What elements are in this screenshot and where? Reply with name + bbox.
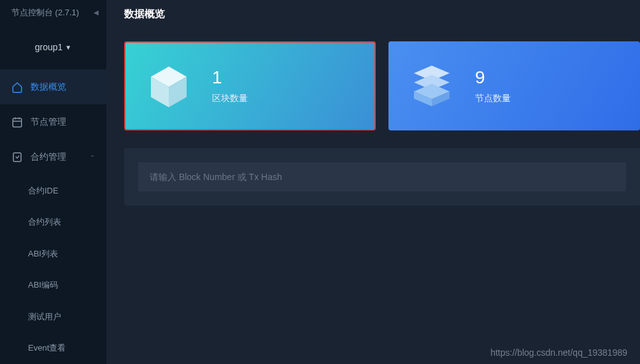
sidebar-subitem-label: Event查看 — [28, 342, 66, 354]
sidebar-subitem-test-user[interactable]: 测试用户 — [0, 301, 106, 332]
calendar-icon — [11, 116, 23, 128]
caret-down-icon: ▼ — [65, 44, 71, 51]
sidebar-subitem-abi-encode[interactable]: ABI编码 — [0, 270, 106, 301]
sidebar-subitem-contract-list[interactable]: 合约列表 — [0, 207, 106, 238]
sidebar-subitem-label: ABI列表 — [28, 248, 58, 260]
chevron-up-icon: ⌃ — [90, 154, 95, 161]
app-title: 节点控制台 (2.7.1) — [11, 7, 79, 18]
card-value: 1 — [212, 67, 248, 88]
sidebar: 节点控制台 (2.7.1) ◀ group1 ▼ 数据概览 节点管理 合约管理 … — [0, 0, 106, 364]
layers-icon — [406, 60, 457, 111]
cube-icon — [143, 60, 194, 111]
card-label: 区块数量 — [212, 93, 248, 104]
cards-row: 1 区块数量 9 节点数量 — [106, 29, 640, 143]
sidebar-header: 节点控制台 (2.7.1) ◀ — [0, 0, 106, 25]
page-title: 数据概览 — [106, 0, 640, 29]
document-icon — [11, 151, 23, 163]
card-content: 1 区块数量 — [212, 67, 248, 104]
sidebar-item-label: 节点管理 — [31, 116, 66, 128]
card-value: 9 — [475, 67, 511, 88]
watermark: https://blog.csdn.net/qq_19381989 — [490, 347, 627, 358]
collapse-icon[interactable]: ◀ — [94, 9, 99, 16]
sidebar-subitem-label: 测试用户 — [28, 311, 61, 323]
home-icon — [11, 81, 23, 93]
group-label: group1 — [35, 42, 63, 52]
main-content: 数据概览 1 区块数量 — [106, 0, 640, 364]
search-input[interactable] — [138, 162, 626, 192]
group-selector[interactable]: group1 ▼ — [0, 25, 106, 69]
sidebar-subitem-contract-ide[interactable]: 合约IDE — [0, 175, 106, 206]
sidebar-item-label: 合约管理 — [31, 151, 66, 163]
sidebar-subitem-label: 合约IDE — [28, 185, 59, 197]
sidebar-subitem-label: ABI编码 — [28, 279, 58, 291]
svg-rect-4 — [13, 153, 21, 162]
sidebar-subitem-event-view[interactable]: Event查看 — [0, 333, 106, 364]
sidebar-item-node-manage[interactable]: 节点管理 — [0, 104, 106, 139]
sidebar-subitem-abi-list[interactable]: ABI列表 — [0, 238, 106, 269]
sidebar-item-contract-manage[interactable]: 合约管理 ⌃ — [0, 140, 106, 175]
card-label: 节点数量 — [475, 93, 511, 104]
card-content: 9 节点数量 — [475, 67, 511, 104]
sidebar-subitem-label: 合约列表 — [28, 216, 61, 228]
card-node-count[interactable]: 9 节点数量 — [388, 41, 640, 130]
search-section — [124, 148, 640, 206]
sidebar-item-data-overview[interactable]: 数据概览 — [0, 69, 106, 104]
card-block-count[interactable]: 1 区块数量 — [124, 41, 376, 130]
sidebar-item-label: 数据概览 — [31, 81, 66, 93]
svg-rect-0 — [13, 118, 22, 127]
